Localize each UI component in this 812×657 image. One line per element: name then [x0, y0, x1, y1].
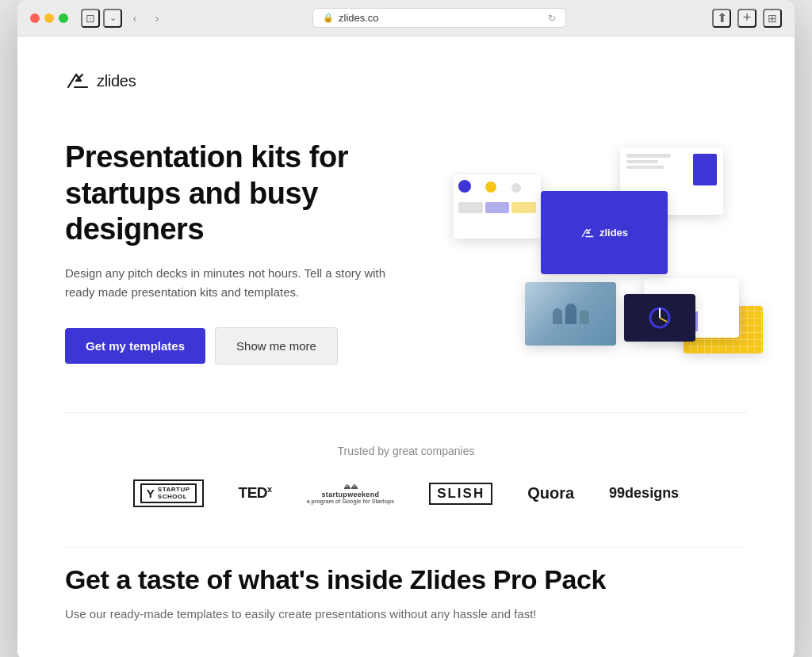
traffic-light-close[interactable]: [30, 13, 40, 23]
browser-window: ⊡ ⌄ ‹ › 🔒 zlides.co ↻ ⬆ + ⊞ zlides: [17, 0, 795, 657]
hero-illustration: zlides: [446, 132, 747, 353]
url-text: zlides.co: [339, 12, 379, 24]
get-templates-button[interactable]: Get my templates: [65, 328, 205, 364]
hero-buttons: Get my templates Show me more: [65, 327, 398, 365]
page-content: zlides Presentation kits for startups an…: [17, 36, 795, 657]
trusted-label: Trusted by great companies: [65, 445, 747, 457]
back-button[interactable]: ‹: [125, 9, 144, 28]
traffic-lights: [30, 13, 68, 23]
forward-button[interactable]: ›: [147, 9, 167, 28]
grid-view-button[interactable]: ⊞: [763, 9, 782, 28]
bottom-headline: Get a taste of what's inside Zlides Pro …: [65, 563, 747, 596]
logo-ystartupschool: Y STARTUP SCHOOL: [133, 479, 204, 508]
logo-tedx: TEDx: [239, 484, 272, 502]
logo-slush: SLISH: [429, 483, 492, 505]
browser-right-icons: ⬆ + ⊞: [712, 9, 782, 28]
bottom-section: Get a taste of what's inside Zlides Pro …: [65, 547, 747, 628]
logo-startupweekend: ⛰⛰ startupweekend a program of Google fo…: [307, 483, 394, 504]
address-bar[interactable]: 🔒 zlides.co ↻: [312, 8, 566, 28]
logo-99designs: 99designs: [609, 485, 679, 502]
hero-left: Presentation kits for startups and busy …: [65, 132, 398, 365]
slide-preview-photo: [525, 282, 616, 346]
traffic-light-minimize[interactable]: [44, 13, 54, 23]
traffic-light-maximize[interactable]: [59, 13, 68, 23]
browser-nav-actions: ⊡ ⌄ ‹ ›: [81, 9, 167, 28]
brand-logo-icon: [65, 68, 90, 94]
browser-toolbar: ⊡ ⌄ ‹ › 🔒 zlides.co ↻ ⬆ + ⊞: [17, 0, 795, 36]
slide-preview-main: zlides: [541, 191, 668, 274]
trusted-section: Trusted by great companies Y STARTUP SCH…: [65, 412, 747, 548]
slide-preview-dots: [454, 175, 541, 239]
logo-area: zlides: [65, 68, 747, 94]
slide-preview-dark: [624, 294, 695, 342]
sidebar-toggle-button[interactable]: ⊡: [81, 9, 100, 28]
chevron-down-button[interactable]: ⌄: [103, 9, 122, 28]
lock-icon: 🔒: [323, 13, 334, 23]
hero-section: Presentation kits for startups and busy …: [65, 132, 747, 365]
add-tab-button[interactable]: +: [737, 9, 756, 28]
show-more-button[interactable]: Show me more: [215, 327, 338, 365]
share-button[interactable]: ⬆: [712, 9, 731, 28]
reload-icon[interactable]: ↻: [548, 13, 556, 24]
brand-logo-text: zlides: [97, 72, 136, 90]
bottom-subtext: Use our ready-made templates to easily c…: [65, 607, 747, 621]
logo-quora: Quora: [527, 484, 574, 502]
hero-headline: Presentation kits for startups and busy …: [65, 139, 398, 248]
address-bar-wrapper: 🔒 zlides.co ↻: [174, 8, 704, 28]
trusted-logos: Y STARTUP SCHOOL TEDx ⛰⛰ startupweekend: [65, 479, 747, 508]
hero-subtext: Design any pitch decks in minutes not ho…: [65, 264, 398, 302]
